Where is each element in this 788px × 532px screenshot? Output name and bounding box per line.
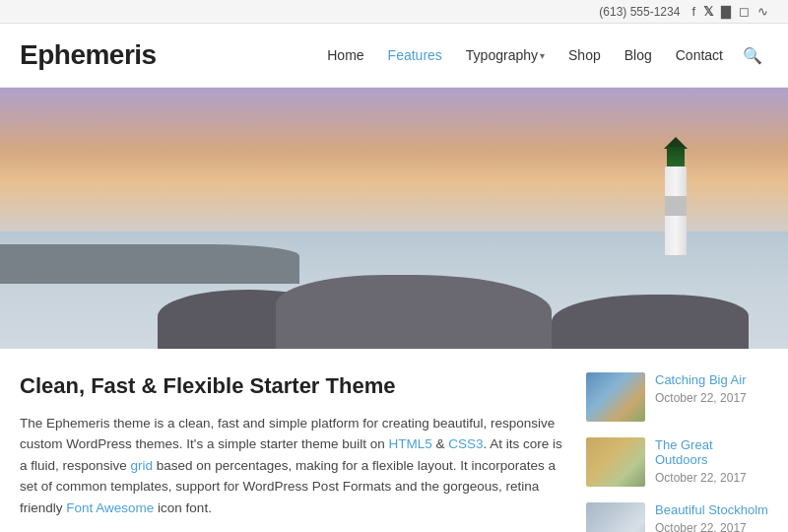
sidebar-thumb-2 — [586, 437, 645, 487]
vimeo-icon[interactable]: ◻ — [739, 4, 750, 19]
sidebar-meta-3: Beautiful Stockholm October 22, 2017 — [655, 502, 768, 532]
sidebar-link-1[interactable]: Catching Big Air — [655, 372, 768, 387]
nav-home[interactable]: Home — [317, 41, 373, 69]
instagram-icon[interactable]: ▇ — [721, 4, 731, 19]
hero-image — [0, 88, 788, 349]
sidebar-link-3[interactable]: Beautiful Stockholm — [655, 502, 768, 517]
nav-contact[interactable]: Contact — [666, 41, 733, 69]
main-content: Clean, Fast & Flexible Starter Theme The… — [20, 372, 562, 532]
nav-blog[interactable]: Blog — [615, 41, 662, 69]
sidebar: Catching Big Air October 22, 2017 The Gr… — [586, 372, 768, 532]
css3-link[interactable]: CSS3 — [448, 436, 483, 451]
rss-icon[interactable]: ∿ — [757, 4, 768, 19]
lighthouse-body — [665, 166, 687, 255]
chevron-down-icon: ▾ — [540, 50, 545, 61]
social-icons: f 𝕏 ▇ ◻ ∿ — [691, 4, 768, 19]
search-icon[interactable]: 🔍 — [737, 40, 768, 71]
font-awesome-link[interactable]: Font Awesome — [66, 500, 154, 515]
hero-land — [0, 244, 299, 284]
facebook-icon[interactable]: f — [691, 4, 695, 19]
lighthouse — [658, 137, 693, 255]
sidebar-item-2: The Great Outdoors October 22, 2017 — [586, 437, 768, 487]
site-logo[interactable]: Ephemeris — [20, 39, 157, 71]
nav-typography[interactable]: Typography ▾ — [456, 41, 555, 69]
hero-scene — [0, 88, 788, 349]
lighthouse-lantern — [667, 147, 685, 168]
topbar: (613) 555-1234 f 𝕏 ▇ ◻ ∿ — [0, 0, 788, 24]
phone-number: (613) 555-1234 — [599, 5, 680, 19]
post-title: Clean, Fast & Flexible Starter Theme — [20, 372, 562, 401]
post-paragraph-1: The Ephemeris theme is a clean, fast and… — [20, 413, 562, 519]
sidebar-date-3: October 22, 2017 — [655, 521, 747, 532]
sidebar-meta-2: The Great Outdoors October 22, 2017 — [655, 437, 768, 485]
main-nav: Home Features Typography ▾ Shop Blog Con… — [317, 40, 768, 71]
sidebar-date-2: October 22, 2017 — [655, 471, 747, 485]
sidebar-item-1: Catching Big Air October 22, 2017 — [586, 372, 768, 422]
sidebar-thumb-3 — [586, 502, 645, 532]
sidebar-link-2[interactable]: The Great Outdoors — [655, 437, 768, 467]
grid-link[interactable]: grid — [131, 458, 154, 473]
sidebar-item-3: Beautiful Stockholm October 22, 2017 — [586, 502, 768, 532]
site-header: Ephemeris Home Features Typography ▾ Sho… — [0, 24, 788, 88]
main-wrapper: Clean, Fast & Flexible Starter Theme The… — [0, 349, 788, 532]
rock-3 — [552, 295, 749, 349]
sidebar-thumb-1 — [586, 372, 645, 422]
nav-shop[interactable]: Shop — [558, 41, 611, 69]
rock-2 — [276, 275, 552, 349]
post-body: The Ephemeris theme is a clean, fast and… — [20, 413, 562, 532]
html5-link[interactable]: HTML5 — [388, 436, 431, 451]
nav-features[interactable]: Features — [378, 41, 452, 69]
sidebar-date-1: October 22, 2017 — [655, 391, 747, 405]
sidebar-meta-1: Catching Big Air October 22, 2017 — [655, 372, 768, 405]
twitter-icon[interactable]: 𝕏 — [703, 4, 713, 19]
